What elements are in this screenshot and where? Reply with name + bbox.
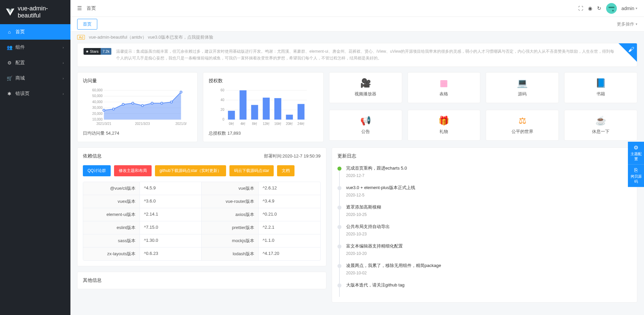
other-info-card: 其他信息 xyxy=(77,272,326,289)
icon-card-4[interactable]: 📢公告 xyxy=(329,110,402,141)
timeline-item: 大版本迭代，请关注github tag xyxy=(337,282,632,297)
deps-button-1[interactable]: 修改主题和布局 xyxy=(114,165,152,176)
svg-rect-36 xyxy=(251,105,258,120)
visits-area-chart: 10,00020,00030,00040,00050,00060,0002021… xyxy=(83,89,192,126)
svg-text:0: 0 xyxy=(223,118,225,121)
svg-point-18 xyxy=(161,102,163,104)
brush-icon[interactable]: 🖌 xyxy=(628,46,634,53)
sidebar-item-4[interactable]: ✱错误页› xyxy=(0,86,70,101)
svg-rect-34 xyxy=(240,90,247,120)
chevron-right-icon: › xyxy=(63,46,64,49)
breadcrumb[interactable]: 首页 xyxy=(87,5,96,11)
svg-text:2021/3/: 2021/3/ xyxy=(175,122,187,126)
deps-button-0[interactable]: QQ讨论群 xyxy=(83,165,111,176)
deps-button-2[interactable]: github下载源码点star（实时更新） xyxy=(155,165,226,176)
icon-card-2[interactable]: 💻源码 xyxy=(486,72,559,103)
refresh-icon[interactable]: ↻ xyxy=(597,5,601,11)
timeline-dot-icon xyxy=(337,244,341,249)
changelog-card: 更新日志 完成首页重构，跟进echarts 5.02020-12-7vue3.0… xyxy=(332,147,637,303)
svg-text:20: 20 xyxy=(221,108,225,111)
icon-card-7[interactable]: ☕休息一下 xyxy=(564,110,637,141)
header: ☰ 首页 ⛶ ◉ ↻ admin ▾ xyxy=(70,0,644,17)
icon-card-icon: 🎥 xyxy=(360,78,371,88)
tabs-bar: 首页 更多操作 ▾ xyxy=(70,17,644,32)
globe-icon[interactable]: ◉ xyxy=(588,5,592,11)
timeline-dot-icon xyxy=(337,167,341,171)
chevron-right-icon: › xyxy=(63,61,64,65)
svg-point-20 xyxy=(180,91,182,93)
brand-name: vue-admin-beautiful xyxy=(18,5,64,19)
sidebar-item-1[interactable]: 👥组件› xyxy=(0,40,70,55)
ad-tag: Ad xyxy=(77,35,85,40)
sidebar-item-3[interactable]: 🛒商城› xyxy=(0,71,70,86)
timeline-item: 凌晨两点，我累了，移除无用组件，精简package2020-10-02 xyxy=(337,263,632,282)
deps-button-3[interactable]: 码云下载源码点star xyxy=(229,165,274,176)
float-btn-1[interactable]: ⎘拷贝源码 xyxy=(628,165,644,187)
chart-title: 访问量 xyxy=(83,78,192,84)
timeline-dot-icon xyxy=(337,283,341,287)
brand-logo[interactable]: vue-admin-beautiful xyxy=(0,0,70,24)
svg-point-19 xyxy=(170,101,172,103)
timeline-item: vue3.0 + element-plus版本正式上线2020-12-5 xyxy=(337,185,632,204)
timeline-item: 完成首页重构，跟进echarts 5.02020-12-7 xyxy=(337,165,632,185)
other-info-title: 其他信息 xyxy=(83,277,321,283)
icon-card-icon: ⚖ xyxy=(519,116,526,126)
changelog-title: 更新日志 xyxy=(337,153,356,159)
svg-point-16 xyxy=(142,104,144,106)
ad-link[interactable]: vue-admin-beautiful（antdv） vue3.0版本已发布，点… xyxy=(89,35,213,40)
fullscreen-icon[interactable]: ⛶ xyxy=(578,5,583,11)
ad-bar[interactable]: Ad vue-admin-beautiful（antdv） vue3.0版本已发… xyxy=(77,32,637,43)
dep-cell: element-ui版本^2.14.1 xyxy=(83,208,202,221)
auth-chart-card: 授权数 02040600时4时8时12时16时20时24时 总授权数 17,89… xyxy=(203,72,323,142)
timeline-dot-icon xyxy=(337,186,341,190)
sidebar-item-2[interactable]: ⚙配置› xyxy=(0,55,70,71)
svg-rect-40 xyxy=(274,98,281,120)
icon-card-5[interactable]: 🎁礼物 xyxy=(408,110,481,141)
chevron-down-icon: ▾ xyxy=(636,22,637,26)
notice-text: 温馨提示：集成版虽功能丰富，但冗余依赖过多，建议开发时使用基础版进行开发。鸣谢：… xyxy=(116,48,617,62)
icon-card-icon: ☕ xyxy=(595,116,606,126)
icon-card-6[interactable]: ⚖公平的世界 xyxy=(486,110,559,141)
icon-card-3[interactable]: 📘书籍 xyxy=(564,72,637,103)
svg-text:60,000: 60,000 xyxy=(92,89,103,92)
user-dropdown[interactable]: admin ▾ xyxy=(622,6,637,11)
avatar[interactable] xyxy=(606,3,617,14)
svg-rect-32 xyxy=(228,111,235,120)
svg-rect-42 xyxy=(286,115,293,120)
icon-card-icon: ▦ xyxy=(440,78,448,88)
hamburger-icon[interactable]: ☰ xyxy=(77,5,82,11)
icon-card-icon: 🎁 xyxy=(438,116,449,126)
svg-point-15 xyxy=(132,102,134,104)
bug-icon: ✱ xyxy=(7,91,12,96)
tab-home[interactable]: 首页 xyxy=(77,19,97,30)
sidebar-item-0[interactable]: ⌂首页 xyxy=(0,24,70,40)
svg-text:30,000: 30,000 xyxy=(92,106,103,109)
sidebar-menu: ⌂首页👥组件›⚙配置›🛒商城›✱错误页› xyxy=(0,24,70,101)
svg-text:24时: 24时 xyxy=(298,122,305,126)
svg-text:50,000: 50,000 xyxy=(92,94,103,98)
icon-card-icon: 💻 xyxy=(517,78,528,88)
float-btn-icon: ⚙ xyxy=(629,144,643,151)
dep-cell: vue-router版本^3.4.9 xyxy=(202,195,320,208)
dep-cell: @vue/cli版本^4.5.9 xyxy=(83,182,202,195)
svg-text:8时: 8时 xyxy=(252,122,258,126)
deps-button-4[interactable]: 文档 xyxy=(277,165,294,176)
chevron-right-icon: › xyxy=(63,77,64,80)
deps-button-row: QQ讨论群修改主题和布局github下载源码点star（实时更新）码云下载源码点… xyxy=(83,165,321,176)
dep-cell: vue版本^2.6.12 xyxy=(202,182,320,195)
svg-rect-38 xyxy=(263,98,270,120)
home-icon: ⌂ xyxy=(7,29,12,35)
users-icon: 👥 xyxy=(7,45,12,50)
icon-card-0[interactable]: 🎥视频播放器 xyxy=(329,72,402,103)
svg-rect-44 xyxy=(298,104,305,119)
float-btn-0[interactable]: ⚙主题配置 xyxy=(628,142,644,165)
github-stars-badge[interactable]: ★ Stars 7.2k xyxy=(84,48,111,55)
svg-text:10,000: 10,000 xyxy=(92,118,103,121)
icon-card-icon: 📘 xyxy=(595,78,606,88)
svg-text:4时: 4时 xyxy=(240,122,246,126)
icon-card-1[interactable]: ▦表格 xyxy=(408,72,481,103)
more-operations[interactable]: 更多操作 ▾ xyxy=(617,21,637,27)
dep-cell: mockjs版本^1.1.0 xyxy=(202,234,320,248)
deploy-time: 部署时间:2020-12-7 19:50:39 xyxy=(264,153,321,159)
auth-bar-chart: 02040600时4时8时12时16时20时24时 xyxy=(209,89,318,126)
